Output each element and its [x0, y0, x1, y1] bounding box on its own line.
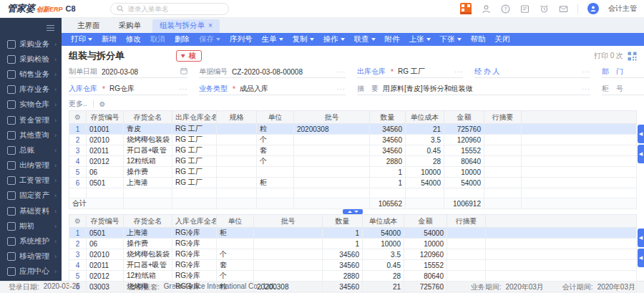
field-单据编号[interactable]: 单据编号CZ-2020-03-08-00008··· [199, 66, 346, 78]
grid-cell[interactable] [294, 135, 370, 145]
grid-cell[interactable]: 操作费 [124, 167, 172, 178]
sidebar-item-fund-management[interactable]: 资金管理› [0, 112, 62, 128]
toolbar-button-帮助[interactable]: 帮助 [471, 34, 486, 44]
grid-cell[interactable]: 34560 [323, 282, 363, 292]
grid-cell[interactable]: RG冷库 [172, 260, 217, 271]
help-icon[interactable]: ? [500, 4, 510, 14]
table-row[interactable]: 402011开口器+吸管RG冷库套345600.4515552 [69, 260, 637, 271]
field-more-button[interactable]: ··· [582, 85, 590, 92]
grid-cell[interactable]: 120960 [404, 249, 447, 260]
grid-cell[interactable] [447, 249, 486, 260]
tab-组装与拆分单[interactable]: 组装与拆分单× [152, 19, 220, 33]
grid-cell[interactable]: 青皮 [124, 124, 172, 135]
grid-cell[interactable]: 120960 [444, 135, 484, 145]
column-header-单位[interactable]: 单位 [217, 215, 254, 228]
grid-cell[interactable]: RG 工厂 [172, 167, 217, 178]
sidebar-item-mobile-management[interactable]: 移动管理› [0, 249, 62, 264]
toolbar-button-新增[interactable]: 新增 [102, 34, 117, 44]
grid-cell[interactable]: 725760 [444, 124, 484, 135]
tab-close-icon[interactable]: × [208, 22, 213, 29]
toolbar-button-下张[interactable]: 下张 [440, 34, 462, 44]
grid-cell[interactable]: 开口器+吸管 [124, 260, 172, 271]
column-header-批号[interactable]: 批号 [294, 111, 370, 124]
grid-cell[interactable]: 粒 [217, 282, 254, 292]
sidebar-item-fixed-assets[interactable]: 固定资产› [0, 188, 62, 203]
column-header-单位成本[interactable]: 单位成本 [406, 111, 444, 124]
sidebar-item-purchase-inspection[interactable]: 采购检验› [0, 52, 62, 67]
user-role-label[interactable]: 会计主管 [608, 4, 637, 14]
grid-cell[interactable]: 3.5 [363, 249, 404, 260]
grid-side-panel-tab[interactable]: ◀ [638, 125, 644, 143]
grid-cell[interactable]: 34560 [370, 135, 406, 145]
column-header-金额[interactable]: 金额 [404, 215, 447, 228]
sidebar-item-cashier-management[interactable]: 出纳管理› [0, 158, 62, 173]
toolbar-button-打印[interactable]: 打印 [71, 34, 92, 44]
grid-cell[interactable] [294, 167, 370, 178]
field-value[interactable]: 用原料[青皮]等拆分和组装做 [383, 84, 577, 94]
table-row[interactable]: 40201212粒纸箱RG 工厂个28802880640 [69, 156, 637, 167]
grid-cell[interactable]: 03003 [87, 282, 124, 292]
table-row[interactable]: 101001青皮RG 工厂粒202003083456021725760 [69, 124, 637, 135]
grid-cell[interactable] [294, 156, 370, 167]
toolbar-button-上张[interactable]: 上张 [409, 34, 431, 44]
column-header-批号[interactable]: 批号 [254, 215, 323, 228]
field-经办人[interactable]: 经 办 人··· [474, 66, 590, 78]
field-柜号[interactable]: 柜 号··· [602, 83, 644, 95]
grid-cell[interactable] [217, 124, 257, 135]
grid-cell[interactable]: 725760 [404, 282, 447, 292]
grid-cell[interactable]: 10000 [406, 167, 444, 178]
grid-cell[interactable]: 54000 [363, 228, 404, 239]
column-header-存货编号[interactable]: 存货编号 [87, 215, 124, 228]
column-header-存货全名[interactable]: 存货全名 [124, 111, 172, 124]
grid-cell[interactable]: RG冷库 [172, 249, 217, 260]
grid-cell[interactable]: 个 [257, 135, 294, 145]
field-摘要[interactable]: 摘 要用原料[青皮]等拆分和组装做··· [357, 83, 590, 95]
grid-cell[interactable]: 烧烤椰 [124, 282, 172, 292]
grid-cell[interactable]: 0501 [87, 228, 124, 239]
grid-cell[interactable]: RG冷库 [172, 282, 217, 292]
mail-icon[interactable] [558, 4, 568, 14]
toolbar-button-生单[interactable]: 生单 [262, 34, 283, 44]
sidebar-item-basic-data[interactable]: 基础资料› [0, 203, 62, 218]
grid-cell[interactable] [444, 188, 484, 198]
grid-cell[interactable]: 12粒纸箱 [124, 271, 172, 282]
grid-cell[interactable] [294, 188, 370, 198]
grid-cell[interactable] [484, 135, 522, 145]
grid-cell[interactable]: RG 工厂 [172, 156, 217, 167]
grid-cell[interactable] [124, 188, 172, 198]
sidebar-item-sales-business[interactable]: 销售业务› [0, 67, 62, 82]
grid-cell[interactable]: 21 [406, 124, 444, 135]
column-header-数量[interactable]: 数量 [370, 111, 406, 124]
grid-cell[interactable] [447, 260, 486, 271]
grid-cell[interactable]: 34560 [370, 145, 406, 156]
toolbar-button-删除[interactable]: 删除 [175, 34, 190, 44]
grid-cell[interactable]: 上海港 [124, 228, 172, 239]
grid-cell[interactable]: 1 [370, 167, 406, 178]
grid-cell[interactable]: 套 [257, 145, 294, 156]
grid-cell[interactable]: 54000 [406, 178, 444, 188]
grid-cell[interactable] [447, 239, 486, 249]
grid-cell[interactable]: 02012 [87, 156, 124, 167]
sidebar-item-app-center[interactable]: 应用中心› [0, 264, 62, 279]
grid-cell[interactable]: 02011 [87, 145, 124, 156]
field-more-button[interactable]: ··· [337, 68, 346, 75]
grid-cell[interactable] [406, 188, 444, 198]
grid-settings-header[interactable]: ⚙ [69, 215, 87, 228]
field-入库仓库[interactable]: 入库仓库*RG仓库··· [69, 83, 187, 95]
grid-cell[interactable] [257, 188, 294, 198]
grid-settings-icon[interactable]: ⚙ [74, 113, 81, 121]
user-avatar[interactable] [587, 3, 599, 14]
sidebar-item-inventory-business[interactable]: 库存业务› [0, 82, 62, 97]
grid-cell[interactable]: 2880 [370, 156, 406, 167]
grid-cell[interactable]: 34560 [323, 260, 363, 271]
tab-采购单[interactable]: 采购单 [112, 19, 149, 33]
grid-cell[interactable]: 粒 [257, 124, 294, 135]
grid-cell[interactable] [87, 188, 124, 198]
grid-cell[interactable]: 3.5 [406, 135, 444, 145]
grid-cell[interactable]: 34560 [323, 249, 363, 260]
grid-cell[interactable]: 10000 [404, 239, 447, 249]
grid-cell[interactable]: 15552 [444, 145, 484, 156]
sidebar-item-purchase-business[interactable]: 采购业务› [0, 37, 62, 52]
grid-side-panel-tab[interactable]: ◀ [638, 249, 644, 267]
column-header-规格[interactable]: 规格 [217, 111, 257, 124]
